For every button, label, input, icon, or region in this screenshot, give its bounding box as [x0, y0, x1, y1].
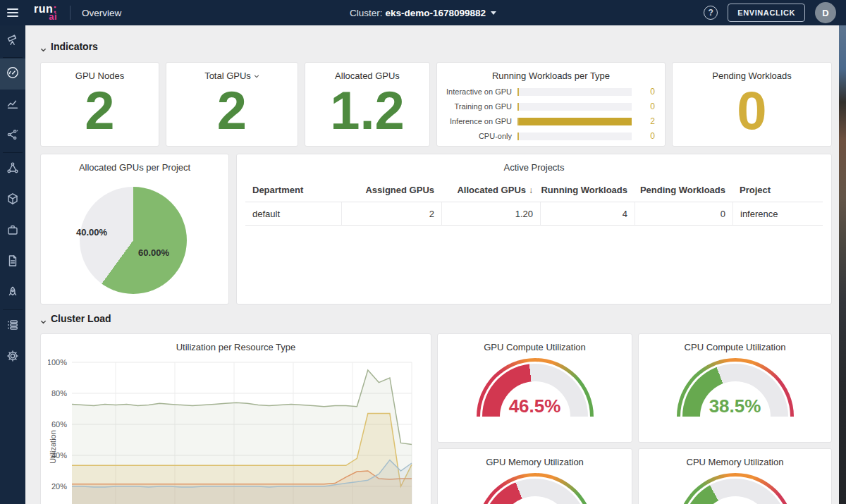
sidebar-item-share-nodes[interactable] — [0, 121, 25, 152]
analytics-chart-icon — [6, 97, 20, 113]
workload-label: Training on GPU — [444, 102, 517, 111]
sidebar-item-telescope[interactable] — [0, 25, 25, 56]
allocated-gpus-value: 1.2 — [305, 81, 429, 146]
telescope-icon — [6, 32, 20, 49]
svg-text:Utilization: Utilization — [49, 430, 57, 464]
table-header-row: DepartmentAssigned GPUsAllocated GPUs↓Ru… — [245, 178, 823, 202]
sidebar-item-analytics-chart[interactable] — [0, 90, 25, 121]
indicators-section-header[interactable]: Indicators — [40, 41, 98, 52]
gpu-memory-utilization-card: GPU Memory Utilization — [437, 448, 632, 504]
queue-list-icon — [6, 318, 20, 335]
table-cell: inference — [732, 202, 823, 225]
svg-text:60%: 60% — [51, 420, 67, 429]
workload-bar-row: CPU-only0 — [444, 131, 655, 141]
gpu-nodes-title: GPU Nodes — [41, 63, 159, 81]
sidebar-item-network-triangle[interactable] — [0, 154, 25, 185]
pending-workloads-title: Pending Workloads — [673, 63, 831, 81]
active-projects-card: Active Projects DepartmentAssigned GPUsA… — [236, 154, 832, 305]
sidebar-item-queue-list[interactable] — [0, 311, 25, 342]
table-body: default21.2040inference — [245, 202, 823, 226]
sidebar-divider — [3, 152, 23, 153]
gpu-nodes-value: 2 — [41, 81, 159, 146]
gpu-compute-title: GPU Compute Utilization — [438, 334, 632, 352]
sidebar-item-dashboard[interactable] — [0, 59, 25, 90]
cpu-compute-gauge: 38.5% — [677, 358, 794, 417]
workload-bar-track — [517, 88, 632, 96]
column-header-allocated-gpus[interactable]: Allocated GPUs↓ — [441, 178, 540, 202]
running-workloads-title: Running Workloads per Type — [437, 63, 665, 81]
column-header-running-workloads[interactable]: Running Workloads — [540, 178, 634, 202]
network-triangle-icon — [6, 161, 20, 178]
workload-bar-fill — [519, 118, 632, 125]
sidebar-divider — [3, 309, 23, 310]
allocated-gpus-per-project-card: Allocated GPUs per Project 40.00% 60.00% — [40, 154, 229, 305]
workload-value: 2 — [632, 116, 655, 126]
chevron-down-icon — [491, 11, 496, 15]
hamburger-menu-icon[interactable] — [0, 0, 25, 25]
cube-icon — [6, 192, 20, 209]
top-bar: run: ai Overview Cluster: eks-demo-16780… — [0, 0, 846, 25]
cluster-load-row: Utilization per Resource Type 100%80%60%… — [40, 333, 832, 504]
gpu-memory-title: GPU Memory Utilization — [438, 449, 632, 467]
pending-workloads-card: Pending Workloads 0 — [672, 62, 832, 147]
table-cell: 0 — [634, 202, 732, 225]
gpu-compute-utilization-card: GPU Compute Utilization 46.5% — [437, 333, 632, 443]
utilization-chart-title: Utilization per Resource Type — [41, 334, 431, 352]
rocket-icon — [6, 285, 20, 302]
sidebar-item-rocket[interactable] — [0, 278, 25, 309]
pie-label-60: 60.00% — [138, 247, 169, 258]
indicators-row: GPU Nodes 2 Total GPUs 2 Allocated GPUs … — [40, 62, 832, 147]
workload-bar-track — [517, 118, 632, 125]
pie-chart-title: Allocated GPUs per Project — [41, 154, 228, 173]
total-gpus-value: 2 — [166, 81, 298, 146]
gpu-memory-gauge — [477, 473, 594, 504]
column-header-project[interactable]: Project — [732, 178, 823, 202]
workload-bar-track — [517, 133, 632, 140]
topbar-divider — [70, 6, 70, 20]
svg-text:20%: 20% — [51, 482, 67, 491]
active-projects-title: Active Projects — [245, 154, 823, 173]
runai-logo: run: ai — [34, 4, 57, 21]
table-cell: 2 — [341, 202, 441, 225]
workload-bar-row: Interactive on GPU0 — [444, 87, 655, 97]
gpu-compute-gauge: 46.5% — [477, 358, 594, 417]
table-cell: 1.20 — [441, 202, 540, 225]
help-icon[interactable]: ? — [704, 6, 718, 20]
column-header-department[interactable]: Department — [245, 178, 341, 202]
projects-row: Allocated GPUs per Project 40.00% 60.00%… — [40, 154, 832, 305]
column-header-assigned-gpus[interactable]: Assigned GPUs — [341, 178, 441, 202]
cpu-memory-title: CPU Memory Utilization — [639, 449, 831, 467]
cluster-selector[interactable]: Cluster: eks-demo-1678099882 — [350, 0, 496, 25]
table-cell: default — [245, 202, 341, 225]
cluster-load-section-title: Cluster Load — [51, 313, 111, 324]
main-content: Indicators GPU Nodes 2 Total GPUs 2 Allo… — [25, 25, 839, 504]
utilization-line-chart: 100%80%60%40%20%Utilization — [48, 355, 425, 504]
allocated-gpus-card: Allocated GPUs 1.2 — [305, 62, 430, 147]
column-header-pending-workloads[interactable]: Pending Workloads — [634, 178, 732, 202]
total-gpus-title-text: Total GPUs — [204, 70, 251, 81]
cluster-name: eks-demo-1678099882 — [385, 8, 486, 18]
total-gpus-card: Total GPUs 2 — [166, 62, 298, 147]
workload-value: 0 — [632, 102, 655, 111]
dropdown-chevron-icon[interactable] — [254, 70, 259, 81]
sidebar-nav — [0, 25, 25, 504]
sidebar-item-cube[interactable] — [0, 185, 25, 216]
sidebar-item-gear[interactable] — [0, 342, 25, 373]
gauge-value: 46.5% — [477, 395, 594, 417]
table-row[interactable]: default21.2040inference — [245, 202, 823, 226]
workload-bar-track — [517, 103, 632, 111]
sidebar-item-document[interactable] — [0, 247, 25, 278]
workload-value: 0 — [632, 131, 655, 141]
cluster-load-section-header[interactable]: Cluster Load — [40, 313, 111, 324]
allocated-gpus-pie-chart — [80, 187, 187, 294]
svg-text:80%: 80% — [51, 389, 67, 398]
workload-value: 0 — [632, 87, 655, 97]
briefcase-icon — [6, 223, 20, 240]
sidebar-item-briefcase[interactable] — [0, 216, 25, 247]
sidebar-divider — [3, 57, 23, 58]
share-nodes-icon — [6, 128, 20, 145]
user-avatar[interactable]: D — [815, 2, 836, 23]
envinaclick-button[interactable]: ENVINACLICK — [728, 4, 805, 22]
workload-label: CPU-only — [444, 132, 517, 140]
cpu-compute-title: CPU Compute Utilization — [639, 334, 831, 352]
